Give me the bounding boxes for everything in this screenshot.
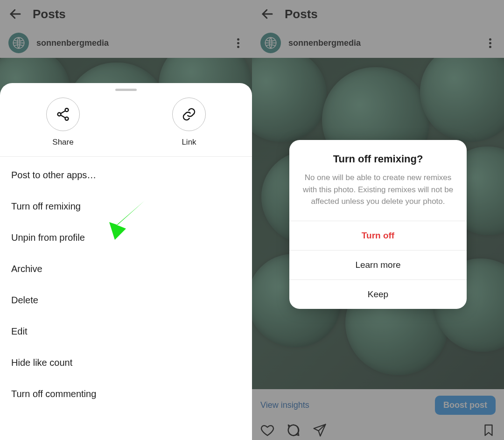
menu-item-delete[interactable]: Delete (0, 285, 252, 316)
remix-dialog: Turn off remixing? No one will be able t… (289, 140, 467, 309)
link-button[interactable]: Link (126, 98, 252, 147)
dialog-turn-off-button[interactable]: Turn off (289, 221, 467, 250)
dialog-title: Turn off remixing? (289, 140, 467, 172)
right-phone: Posts sonnenbergmedia View insights Boos… (252, 0, 504, 440)
share-button[interactable]: Share (0, 98, 126, 147)
drag-handle[interactable] (115, 89, 137, 91)
share-icon (56, 107, 70, 122)
link-icon (182, 107, 196, 122)
dialog-keep-button[interactable]: Keep (289, 279, 467, 309)
menu-item-turn-off-remixing[interactable]: Turn off remixing (0, 191, 252, 222)
options-sheet: Share Link Post to other apps… Turn off … (0, 83, 252, 440)
dialog-body: No one will be able to create new remixe… (289, 172, 467, 221)
menu-item-edit[interactable]: Edit (0, 316, 252, 347)
menu-item-archive[interactable]: Archive (0, 253, 252, 285)
share-link-row: Share Link (0, 93, 252, 156)
share-label: Share (52, 138, 73, 147)
menu-item-hide-likes[interactable]: Hide like count (0, 347, 252, 378)
menu-item-unpin[interactable]: Unpin from profile (0, 222, 252, 253)
menu-item-post-other-apps[interactable]: Post to other apps… (0, 160, 252, 191)
left-phone: Posts sonnenbergmedia Share (0, 0, 252, 440)
options-menu: Post to other apps… Turn off remixing Un… (0, 157, 252, 410)
menu-item-turn-off-commenting[interactable]: Turn off commenting (0, 378, 252, 410)
link-label: Link (182, 138, 196, 147)
dialog-learn-more-button[interactable]: Learn more (289, 250, 467, 279)
